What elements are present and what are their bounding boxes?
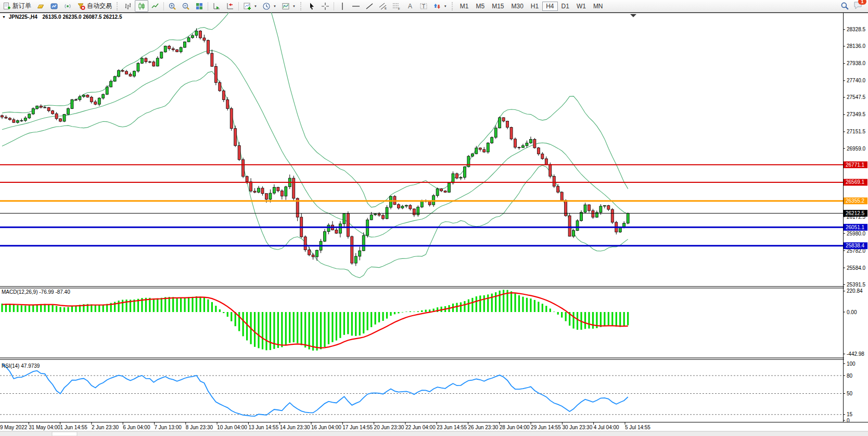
chevron-down-icon: ▼ (444, 5, 447, 8)
templates-button[interactable]: ▼ (279, 0, 298, 12)
time-tick-label: 10 Jun 04:00 (217, 425, 247, 430)
macd-tick-label: -442.98 (847, 351, 864, 357)
mt4-terminal: 新订单 自动交易 (0, 0, 868, 436)
status-strip (0, 431, 868, 436)
arrows-button[interactable]: ▼ (430, 0, 450, 12)
price-tick-label: 27349.5 (847, 111, 866, 117)
rsi-tick-label: 80 (847, 373, 853, 379)
toolbar-separator (163, 2, 164, 10)
toolbar-grip (452, 2, 454, 10)
auto-scroll-icon (212, 2, 221, 10)
time-tick-label: 4 Jul 04:00 (594, 425, 619, 430)
timeframe-MN[interactable]: MN (590, 2, 607, 11)
crosshair-button[interactable] (318, 0, 332, 12)
time-tick-label: 22 Jun 04:00 (405, 425, 436, 430)
text-button[interactable]: A (403, 0, 417, 12)
main-toolbar: 新订单 自动交易 (0, 0, 868, 13)
timeframe-H4[interactable]: H4 (542, 2, 557, 11)
zoom-out-icon (182, 2, 190, 10)
horizontal-line-button[interactable] (349, 0, 363, 12)
notifications-button[interactable]: 1 (853, 1, 863, 11)
time-tick-label: 5 Jul 14:55 (625, 425, 650, 430)
price-badge-label: 26212.5 (846, 210, 865, 216)
price-badge-label: 25838.4 (846, 243, 865, 248)
zoom-in-icon (168, 2, 176, 10)
new-order-icon (3, 2, 11, 10)
indicators-button[interactable]: ▼ (240, 0, 260, 12)
time-tick-label: 26 Jun 23:30 (468, 425, 499, 430)
auto-trading-button[interactable]: 自动交易 (74, 0, 114, 12)
time-tick-label: 1 Jun 14:55 (60, 425, 88, 430)
gold-icon (36, 2, 45, 10)
time-tick-label: 29 Jun 14:55 (531, 425, 561, 430)
timeframe-D1[interactable]: D1 (558, 2, 573, 11)
time-tick-label: 28 Jun 04:00 (500, 425, 530, 430)
template-chart-icon (282, 2, 290, 10)
timeframe-M1[interactable]: M1 (456, 2, 473, 11)
channel-icon: E (379, 2, 387, 10)
time-tick-label: 8 Jun 23:30 (186, 425, 213, 430)
auto-trading-icon (77, 2, 85, 10)
time-tick-label: 31 May 04:00 (29, 425, 60, 430)
bar-chart-button[interactable] (121, 0, 135, 12)
candlestick-chart-button[interactable] (135, 0, 148, 12)
signal-icon (63, 2, 72, 10)
horizontal-line-icon (352, 2, 360, 10)
data-window-button[interactable] (47, 0, 61, 12)
time-tick-label: 13 Jun 14:55 (248, 425, 278, 430)
tile-windows-button[interactable] (193, 0, 206, 12)
price-tick-label: 27740.0 (847, 78, 866, 83)
time-tick-label: 9 May 2022 (0, 425, 28, 430)
timeframe-M5[interactable]: M5 (472, 2, 488, 11)
timeframe-W1[interactable]: W1 (573, 2, 590, 11)
time-tick-label: 17 Jun 14:55 (342, 425, 373, 430)
toolbar-grip (117, 2, 119, 10)
vertical-line-button[interactable] (336, 0, 349, 12)
auto-trading-label: 自动交易 (87, 2, 112, 10)
collapse-arrow-icon[interactable]: ▼ (2, 15, 6, 19)
macd-indicator-label: MACD(12,26,9) -76.99 -87.40 (2, 289, 70, 295)
chart-title: ▼ JPN225-,H4 26135.0 26235.0 26087.5 262… (2, 14, 122, 20)
toolbar-separator (208, 2, 208, 10)
equidistant-channel-button[interactable]: E (376, 0, 390, 12)
macd-tick-label: 0.00 (847, 309, 857, 315)
line-chart-button[interactable] (148, 0, 162, 12)
price-tick-label: 27547.5 (847, 94, 866, 100)
price-tick-label: 26959.0 (847, 146, 866, 152)
line-chart-icon (151, 2, 159, 10)
toolbar-right-tools: 1 (840, 1, 868, 11)
trendline-button[interactable] (363, 0, 376, 12)
search-icon[interactable] (840, 2, 849, 10)
svg-text:A: A (408, 3, 412, 10)
periods-button[interactable]: ▼ (260, 0, 279, 12)
fibonacci-icon: F (392, 2, 401, 10)
timeframe-H1[interactable]: H1 (527, 2, 542, 11)
chart-shift-button[interactable] (223, 0, 237, 12)
price-badge-label: 26771.1 (846, 162, 865, 168)
chevron-down-icon: ▼ (273, 5, 276, 8)
new-order-button[interactable]: 新订单 (0, 0, 34, 12)
market-watch-button[interactable] (34, 0, 47, 12)
tile-windows-icon (195, 2, 203, 10)
time-tick-label: 14 Jun 23:30 (280, 425, 310, 430)
cursor-icon (308, 2, 316, 10)
time-tick-label: 6 Jun 04:00 (123, 425, 150, 430)
timeframe-M30[interactable]: M30 (508, 2, 527, 11)
time-tick-label: 23 Jun 14:55 (437, 425, 467, 430)
toolbar-separator (334, 2, 334, 10)
price-tick-label: 28136.0 (847, 43, 866, 49)
status-strip-box (52, 432, 77, 436)
timeframe-bar: M1M5M15M30H1H4D1W1MN (456, 2, 607, 11)
cursor-button[interactable] (305, 0, 318, 12)
fibonacci-button[interactable]: F (390, 0, 403, 12)
add-indicator-icon (243, 2, 251, 10)
zoom-in-button[interactable] (165, 0, 179, 12)
rsi-indicator-label: RSI(14) 47.9739 (2, 363, 40, 369)
timeframe-M15[interactable]: M15 (488, 2, 507, 11)
text-label-button[interactable]: T (417, 0, 430, 12)
zoom-out-button[interactable] (179, 0, 193, 12)
signals-button[interactable] (61, 0, 74, 12)
chart-canvas[interactable]: 28328.528136.027938.027740.027547.527349… (0, 13, 868, 436)
auto-scroll-button[interactable] (210, 0, 223, 12)
svg-text:F: F (398, 7, 400, 10)
